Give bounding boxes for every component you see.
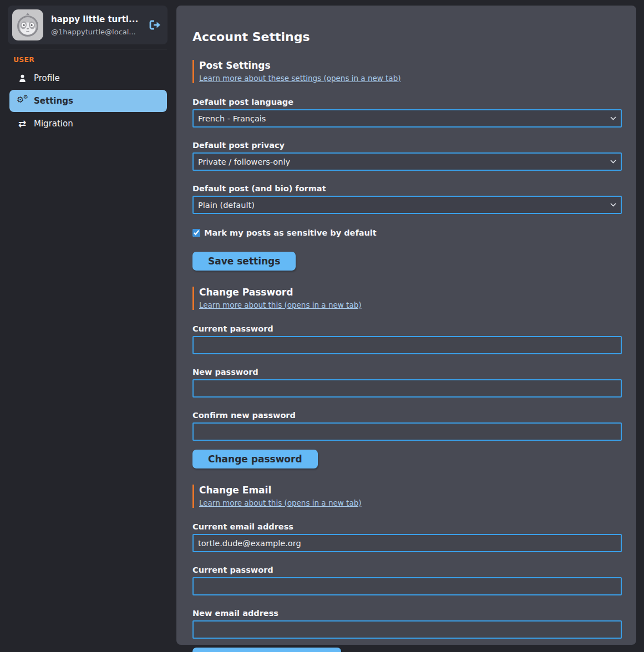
user-name: happy little turtl...: [51, 14, 148, 24]
page-title: Account Settings: [192, 30, 622, 44]
change-email-section-header: Change Email Learn more about this (open…: [192, 485, 622, 508]
change-password-button[interactable]: Change password: [192, 450, 318, 468]
default-post-privacy-label: Default post privacy: [192, 141, 622, 150]
user-card: happy little turtl... @1happyturtle@loca…: [8, 6, 168, 44]
confirm-new-password-field: Confirm new password: [192, 411, 622, 441]
sidebar-divider: [9, 49, 167, 49]
email-current-password-field: Current password: [192, 566, 622, 595]
sidebar-item-label: Profile: [34, 73, 60, 83]
change-email-button[interactable]: Change email address: [192, 648, 341, 652]
user-info: happy little turtl... @1happyturtle@loca…: [51, 14, 148, 36]
current-email-label: Current email address: [192, 522, 622, 531]
current-email-input[interactable]: [192, 534, 622, 552]
person-icon: [17, 74, 28, 83]
gears-icon: ⚙ ⚙: [17, 96, 28, 106]
change-email-title: Change Email: [199, 485, 622, 496]
default-post-format-label: Default post (and bio) format: [192, 184, 622, 193]
sign-out-icon: [149, 20, 161, 30]
user-handle: @1happyturtle@local...: [51, 28, 148, 36]
confirm-new-password-label: Confirm new password: [192, 411, 622, 420]
email-current-password-input[interactable]: [192, 577, 622, 595]
new-email-label: New email address: [192, 609, 622, 618]
sign-out-button[interactable]: [148, 19, 162, 31]
nav-section-label: USER: [13, 55, 34, 64]
sensitive-default-label[interactable]: Mark my posts as sensitive by default: [204, 228, 377, 237]
new-email-field: New email address: [192, 609, 622, 639]
default-post-format-field: Default post (and bio) format Plain (def…: [192, 184, 622, 214]
current-password-label: Current password: [192, 324, 622, 333]
sidebar-item-label: Migration: [34, 119, 73, 129]
change-password-section-header: Change Password Learn more about this (o…: [192, 287, 622, 310]
change-email-learn-more-link[interactable]: Learn more about this (opens in a new ta…: [199, 498, 362, 507]
change-password-learn-more-link[interactable]: Learn more about this (opens in a new ta…: [199, 300, 362, 309]
new-password-label: New password: [192, 368, 622, 376]
default-post-format-select[interactable]: Plain (default): [192, 196, 622, 214]
sensitive-default-row: Mark my posts as sensitive by default: [192, 228, 622, 237]
sidebar: happy little turtl... @1happyturtle@loca…: [0, 0, 176, 652]
default-post-privacy-select[interactable]: Private / followers-only: [192, 152, 622, 171]
default-post-language-label: Default post language: [192, 98, 622, 106]
sloth-avatar-icon: [12, 9, 43, 40]
email-current-password-label: Current password: [192, 566, 622, 574]
current-email-field: Current email address: [192, 522, 622, 552]
change-password-title: Change Password: [199, 287, 622, 298]
current-password-field: Current password: [192, 324, 622, 354]
new-password-field: New password: [192, 368, 622, 398]
confirm-new-password-input[interactable]: [192, 422, 622, 441]
post-settings-title: Post Settings: [199, 60, 622, 71]
current-password-input[interactable]: [192, 336, 622, 354]
new-password-input[interactable]: [192, 379, 622, 398]
sidebar-item-migration[interactable]: ⇄ Migration: [9, 113, 167, 135]
default-post-language-select[interactable]: French - Français: [192, 109, 622, 128]
sidebar-item-settings[interactable]: ⚙ ⚙ Settings: [9, 90, 167, 112]
default-post-privacy-field: Default post privacy Private / followers…: [192, 141, 622, 171]
sensitive-default-checkbox[interactable]: [192, 229, 200, 237]
new-email-input[interactable]: [192, 620, 622, 639]
sidebar-item-profile[interactable]: Profile: [9, 67, 167, 89]
account-settings-panel: Account Settings Post Settings Learn mor…: [176, 6, 636, 645]
sidebar-item-label: Settings: [34, 96, 73, 106]
post-settings-section-header: Post Settings Learn more about these set…: [192, 60, 622, 83]
default-post-language-field: Default post language French - Français: [192, 98, 622, 128]
sidebar-nav: Profile ⚙ ⚙ Settings ⇄ Migration: [0, 67, 176, 135]
transfer-arrows-icon: ⇄: [17, 119, 28, 129]
post-settings-learn-more-link[interactable]: Learn more about these settings (opens i…: [199, 74, 400, 83]
save-settings-button[interactable]: Save settings: [192, 252, 296, 271]
